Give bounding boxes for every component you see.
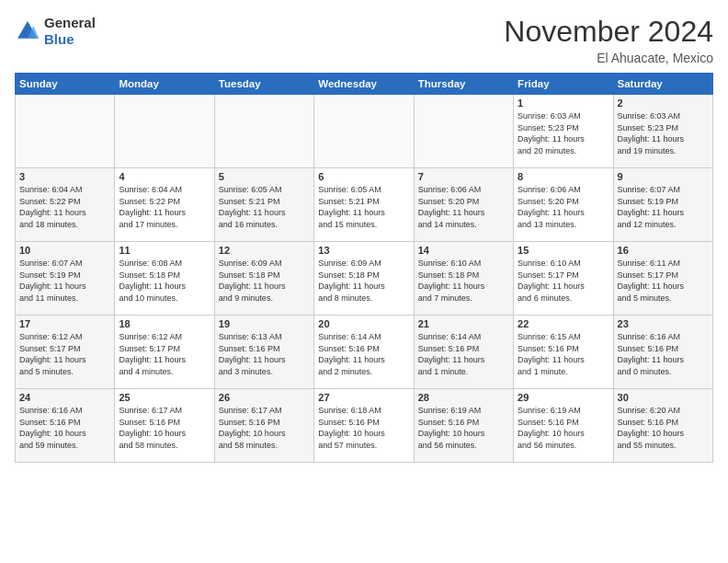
col-header-sunday: Sunday (16, 74, 115, 95)
calendar-cell: 2Sunrise: 6:03 AM Sunset: 5:23 PM Daylig… (613, 95, 712, 168)
day-info: Sunrise: 6:07 AM Sunset: 5:19 PM Dayligh… (618, 184, 709, 230)
day-number: 22 (518, 318, 609, 329)
day-info: Sunrise: 6:03 AM Sunset: 5:23 PM Dayligh… (518, 110, 609, 156)
day-number: 28 (418, 392, 509, 403)
day-number: 5 (219, 171, 310, 182)
day-number: 2 (618, 98, 709, 109)
logo-icon (15, 18, 40, 44)
day-info: Sunrise: 6:06 AM Sunset: 5:20 PM Dayligh… (518, 184, 609, 230)
col-header-monday: Monday (115, 74, 214, 95)
calendar-cell: 24Sunrise: 6:16 AM Sunset: 5:16 PM Dayli… (16, 389, 115, 463)
day-info: Sunrise: 6:20 AM Sunset: 5:16 PM Dayligh… (618, 405, 709, 451)
day-number: 17 (19, 318, 110, 329)
col-header-thursday: Thursday (414, 74, 513, 95)
day-info: Sunrise: 6:16 AM Sunset: 5:16 PM Dayligh… (618, 331, 709, 377)
calendar-cell: 29Sunrise: 6:19 AM Sunset: 5:16 PM Dayli… (514, 389, 613, 463)
calendar-cell (115, 95, 214, 168)
day-info: Sunrise: 6:10 AM Sunset: 5:17 PM Dayligh… (518, 258, 609, 304)
day-info: Sunrise: 6:16 AM Sunset: 5:16 PM Dayligh… (19, 405, 110, 451)
title-block: November 2024 El Ahuacate, Mexico (504, 15, 713, 65)
calendar-week-1: 1Sunrise: 6:03 AM Sunset: 5:23 PM Daylig… (16, 95, 713, 168)
day-number: 26 (219, 392, 310, 403)
calendar-cell: 5Sunrise: 6:05 AM Sunset: 5:21 PM Daylig… (214, 168, 313, 242)
calendar-cell: 3Sunrise: 6:04 AM Sunset: 5:22 PM Daylig… (16, 168, 115, 242)
day-info: Sunrise: 6:05 AM Sunset: 5:21 PM Dayligh… (318, 184, 409, 230)
day-number: 7 (418, 171, 509, 182)
day-number: 21 (418, 318, 509, 329)
day-number: 9 (618, 171, 709, 182)
day-number: 25 (119, 392, 210, 403)
day-info: Sunrise: 6:09 AM Sunset: 5:18 PM Dayligh… (318, 258, 409, 304)
calendar-week-3: 10Sunrise: 6:07 AM Sunset: 5:19 PM Dayli… (16, 242, 713, 316)
day-info: Sunrise: 6:19 AM Sunset: 5:16 PM Dayligh… (418, 405, 509, 451)
day-info: Sunrise: 6:13 AM Sunset: 5:16 PM Dayligh… (219, 331, 310, 377)
calendar-cell: 11Sunrise: 6:08 AM Sunset: 5:18 PM Dayli… (115, 242, 214, 316)
day-number: 23 (618, 318, 709, 329)
col-header-tuesday: Tuesday (214, 74, 313, 95)
day-info: Sunrise: 6:15 AM Sunset: 5:16 PM Dayligh… (518, 331, 609, 377)
day-number: 3 (19, 171, 110, 182)
day-number: 24 (19, 392, 110, 403)
calendar-week-4: 17Sunrise: 6:12 AM Sunset: 5:17 PM Dayli… (16, 316, 713, 389)
day-info: Sunrise: 6:14 AM Sunset: 5:16 PM Dayligh… (318, 331, 409, 377)
day-info: Sunrise: 6:14 AM Sunset: 5:16 PM Dayligh… (418, 331, 509, 377)
header: General Blue November 2024 El Ahuacate, … (15, 15, 713, 65)
day-number: 4 (119, 171, 210, 182)
day-number: 6 (318, 171, 409, 182)
day-number: 29 (518, 392, 609, 403)
day-info: Sunrise: 6:18 AM Sunset: 5:16 PM Dayligh… (318, 405, 409, 451)
calendar-header-row: SundayMondayTuesdayWednesdayThursdayFrid… (16, 74, 713, 95)
calendar: SundayMondayTuesdayWednesdayThursdayFrid… (15, 73, 713, 463)
day-info: Sunrise: 6:12 AM Sunset: 5:17 PM Dayligh… (19, 331, 110, 377)
calendar-cell: 9Sunrise: 6:07 AM Sunset: 5:19 PM Daylig… (613, 168, 712, 242)
calendar-cell (414, 95, 513, 168)
day-number: 1 (518, 98, 609, 109)
calendar-cell: 15Sunrise: 6:10 AM Sunset: 5:17 PM Dayli… (514, 242, 613, 316)
calendar-cell: 19Sunrise: 6:13 AM Sunset: 5:16 PM Dayli… (214, 316, 313, 389)
calendar-cell: 28Sunrise: 6:19 AM Sunset: 5:16 PM Dayli… (414, 389, 513, 463)
day-info: Sunrise: 6:03 AM Sunset: 5:23 PM Dayligh… (618, 110, 709, 156)
day-info: Sunrise: 6:04 AM Sunset: 5:22 PM Dayligh… (119, 184, 210, 230)
page: General Blue November 2024 El Ahuacate, … (0, 0, 728, 472)
calendar-cell: 7Sunrise: 6:06 AM Sunset: 5:20 PM Daylig… (414, 168, 513, 242)
day-number: 8 (518, 171, 609, 182)
calendar-cell: 18Sunrise: 6:12 AM Sunset: 5:17 PM Dayli… (115, 316, 214, 389)
day-info: Sunrise: 6:09 AM Sunset: 5:18 PM Dayligh… (219, 258, 310, 304)
day-number: 12 (219, 245, 310, 256)
calendar-cell: 4Sunrise: 6:04 AM Sunset: 5:22 PM Daylig… (115, 168, 214, 242)
day-info: Sunrise: 6:12 AM Sunset: 5:17 PM Dayligh… (119, 331, 210, 377)
logo: General Blue (15, 15, 96, 48)
calendar-cell: 1Sunrise: 6:03 AM Sunset: 5:23 PM Daylig… (514, 95, 613, 168)
calendar-cell: 27Sunrise: 6:18 AM Sunset: 5:16 PM Dayli… (314, 389, 414, 463)
calendar-cell: 10Sunrise: 6:07 AM Sunset: 5:19 PM Dayli… (16, 242, 115, 316)
day-number: 19 (219, 318, 310, 329)
calendar-week-2: 3Sunrise: 6:04 AM Sunset: 5:22 PM Daylig… (16, 168, 713, 242)
calendar-cell: 21Sunrise: 6:14 AM Sunset: 5:16 PM Dayli… (414, 316, 513, 389)
calendar-cell: 23Sunrise: 6:16 AM Sunset: 5:16 PM Dayli… (613, 316, 712, 389)
month-title: November 2024 (504, 15, 713, 49)
calendar-cell: 8Sunrise: 6:06 AM Sunset: 5:20 PM Daylig… (514, 168, 613, 242)
day-number: 11 (119, 245, 210, 256)
calendar-cell: 25Sunrise: 6:17 AM Sunset: 5:16 PM Dayli… (115, 389, 214, 463)
calendar-cell: 22Sunrise: 6:15 AM Sunset: 5:16 PM Dayli… (514, 316, 613, 389)
day-number: 16 (618, 245, 709, 256)
calendar-cell: 17Sunrise: 6:12 AM Sunset: 5:17 PM Dayli… (16, 316, 115, 389)
calendar-week-5: 24Sunrise: 6:16 AM Sunset: 5:16 PM Dayli… (16, 389, 713, 463)
day-info: Sunrise: 6:10 AM Sunset: 5:18 PM Dayligh… (418, 258, 509, 304)
location: El Ahuacate, Mexico (504, 51, 713, 65)
day-number: 20 (318, 318, 409, 329)
calendar-cell (16, 95, 115, 168)
calendar-cell: 30Sunrise: 6:20 AM Sunset: 5:16 PM Dayli… (613, 389, 712, 463)
day-number: 10 (19, 245, 110, 256)
day-number: 14 (418, 245, 509, 256)
day-info: Sunrise: 6:06 AM Sunset: 5:20 PM Dayligh… (418, 184, 509, 230)
day-number: 15 (518, 245, 609, 256)
day-info: Sunrise: 6:11 AM Sunset: 5:17 PM Dayligh… (618, 258, 709, 304)
day-info: Sunrise: 6:07 AM Sunset: 5:19 PM Dayligh… (19, 258, 110, 304)
day-number: 30 (618, 392, 709, 403)
day-info: Sunrise: 6:04 AM Sunset: 5:22 PM Dayligh… (19, 184, 110, 230)
day-info: Sunrise: 6:05 AM Sunset: 5:21 PM Dayligh… (219, 184, 310, 230)
calendar-cell: 14Sunrise: 6:10 AM Sunset: 5:18 PM Dayli… (414, 242, 513, 316)
calendar-cell (214, 95, 313, 168)
logo-blue: Blue (44, 31, 96, 48)
